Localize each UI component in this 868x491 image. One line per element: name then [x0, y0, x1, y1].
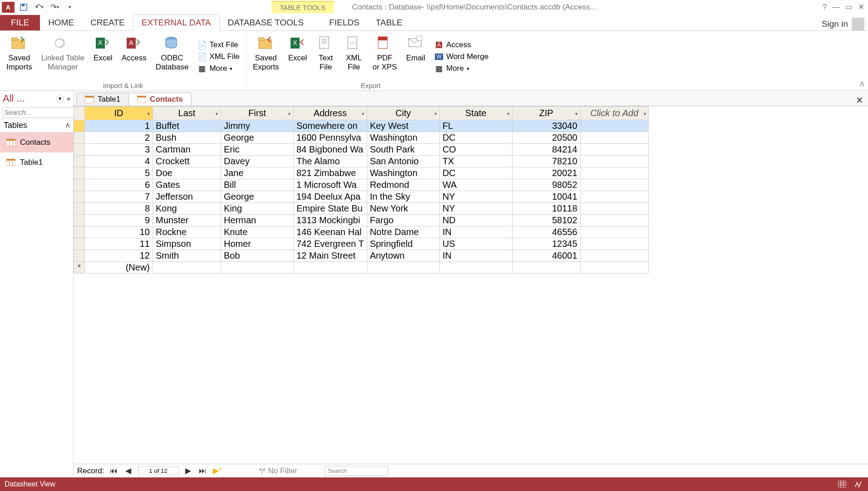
cell-state[interactable]: FL [439, 120, 512, 132]
help-icon[interactable]: ? [823, 3, 827, 12]
table-row[interactable]: 1 Buffet Jimmy Somewhere on Key West FL … [74, 120, 649, 132]
row-selector[interactable] [74, 120, 85, 132]
cell-first[interactable]: Jimmy [221, 120, 294, 132]
row-selector[interactable] [74, 156, 85, 167]
cell-id[interactable]: 4 [85, 156, 153, 167]
cell-zip[interactable]: 46556 [512, 226, 580, 238]
nav-collapse-icon[interactable]: « [67, 95, 70, 102]
new-record-button[interactable]: ▶* [212, 466, 222, 476]
export-access-button[interactable]: AAccess [433, 40, 490, 50]
cell-empty[interactable] [580, 238, 648, 250]
import-xml-file-button[interactable]: 📄XML File [196, 52, 241, 62]
export-word-merge-button[interactable]: WWord Merge [433, 52, 490, 62]
cell-id-new[interactable]: (New) [85, 262, 153, 274]
cell-id[interactable]: 5 [85, 167, 153, 179]
chevron-down-icon[interactable]: ▾ [148, 111, 150, 116]
column-header-click-to-add[interactable]: Click to Add▾ [580, 107, 648, 120]
doc-tab-contacts[interactable]: Contacts [128, 93, 192, 106]
cell-address[interactable]: 84 Bigboned Wa [294, 144, 367, 156]
cell-id[interactable]: 9 [85, 215, 153, 226]
chevron-down-icon[interactable]: ▾ [434, 111, 437, 116]
last-record-button[interactable]: ⏭ [198, 466, 208, 476]
column-header-city[interactable]: City▾ [367, 107, 439, 120]
tab-table[interactable]: TABLE [368, 15, 411, 30]
cell-city[interactable]: Washington [367, 132, 439, 144]
filter-indicator[interactable]: 🝖No Filter [259, 466, 297, 476]
cell-address[interactable]: 821 Zimbabwe [294, 167, 367, 179]
cell-city[interactable]: In the Sky [367, 191, 439, 203]
cell-id[interactable]: 3 [85, 144, 153, 156]
saved-exports-button[interactable]: Saved Exports [251, 33, 281, 81]
cell-last[interactable]: Munster [153, 215, 221, 226]
cell-city[interactable]: South Park [367, 144, 439, 156]
column-header-state[interactable]: State▾ [439, 107, 512, 120]
cell-last[interactable]: Jefferson [153, 191, 221, 203]
cell-id[interactable]: 8 [85, 203, 153, 215]
cell-state[interactable]: TX [439, 156, 512, 167]
nav-dropdown-icon[interactable]: ▾ [56, 94, 64, 103]
cell-last[interactable]: Smith [153, 250, 221, 262]
cell-last[interactable]: Simpson [153, 238, 221, 250]
cell-empty[interactable] [580, 215, 648, 226]
import-text-file-button[interactable]: 📄Text File [196, 40, 241, 50]
cell-city[interactable]: Fargo [367, 215, 439, 226]
cell-empty[interactable] [580, 226, 648, 238]
cell-address[interactable]: 1600 Pennsylva [294, 132, 367, 144]
cell-state[interactable]: DC [439, 132, 512, 144]
chevron-down-icon[interactable]: ▾ [507, 111, 509, 116]
chevron-down-icon[interactable]: ▾ [288, 111, 291, 116]
user-avatar-icon[interactable] [852, 18, 864, 30]
cell-state[interactable]: IN [439, 250, 512, 262]
cell-state[interactable]: US [439, 238, 512, 250]
cell-last[interactable]: Bush [153, 132, 221, 144]
cell-city[interactable]: Notre Dame [367, 226, 439, 238]
row-selector[interactable] [74, 179, 85, 191]
cell-address[interactable]: 12 Main Street [294, 250, 367, 262]
table-row[interactable]: 4 Crockett Davey The Alamo San Antonio T… [74, 156, 649, 167]
column-header-first[interactable]: First▾ [221, 107, 294, 120]
cell-city[interactable]: Redmond [367, 179, 439, 191]
cell-id[interactable]: 11 [85, 238, 153, 250]
cell-first[interactable]: Herman [221, 215, 294, 226]
chevron-down-icon[interactable]: ▾ [575, 111, 577, 116]
cell-state[interactable]: CO [439, 144, 512, 156]
cell-address[interactable]: The Alamo [294, 156, 367, 167]
cell-first[interactable]: Bill [221, 179, 294, 191]
cell-first[interactable]: Bob [221, 250, 294, 262]
new-row-selector[interactable]: * [74, 262, 85, 274]
datasheet-view-icon[interactable] [837, 480, 847, 489]
row-selector[interactable] [74, 250, 85, 262]
export-excel-button[interactable]: X Excel [286, 33, 309, 81]
cell-address[interactable]: 194 Deelux Apa [294, 191, 367, 203]
cell-id[interactable]: 12 [85, 250, 153, 262]
cell-id[interactable]: 2 [85, 132, 153, 144]
cell-empty[interactable] [580, 191, 648, 203]
save-icon[interactable] [17, 1, 30, 14]
column-header-last[interactable]: Last▾ [153, 107, 221, 120]
cell-zip[interactable]: 46001 [512, 250, 580, 262]
cell-city[interactable]: New York [367, 203, 439, 215]
cell-empty[interactable] [580, 132, 648, 144]
cell-city[interactable]: Anytown [367, 250, 439, 262]
cell-zip[interactable]: 58102 [512, 215, 580, 226]
cell-last[interactable]: Crockett [153, 156, 221, 167]
new-row[interactable]: * (New) [74, 262, 649, 274]
column-header-address[interactable]: Address▾ [294, 107, 367, 120]
cell-address[interactable]: 1 Microsoft Wa [294, 179, 367, 191]
table-row[interactable]: 9 Munster Herman 1313 Mockingbi Fargo ND… [74, 215, 649, 226]
saved-imports-button[interactable]: Saved Imports [5, 33, 34, 81]
table-row[interactable]: 12 Smith Bob 12 Main Street Anytown IN 4… [74, 250, 649, 262]
import-more-button[interactable]: ▦More ▾ [196, 64, 241, 74]
export-xml-file-button[interactable]: </> XML File [343, 33, 365, 81]
redo-icon[interactable]: ↷▾ [48, 1, 61, 14]
cell-empty[interactable] [580, 156, 648, 167]
nav-item-contacts[interactable]: Contacts [0, 133, 73, 152]
cell-city[interactable]: Washington [367, 167, 439, 179]
next-record-button[interactable]: ▶ [183, 466, 193, 476]
table-row[interactable]: 10 Rockne Knute 146 Keenan Hal Notre Dam… [74, 226, 649, 238]
column-header-id[interactable]: ID▾ [85, 107, 153, 120]
cell-state[interactable]: WA [439, 179, 512, 191]
tab-file[interactable]: FILE [0, 15, 40, 30]
nav-section-tables[interactable]: Tables ᐱ [0, 118, 73, 133]
table-row[interactable]: 7 Jefferson George 194 Deelux Apa In the… [74, 191, 649, 203]
